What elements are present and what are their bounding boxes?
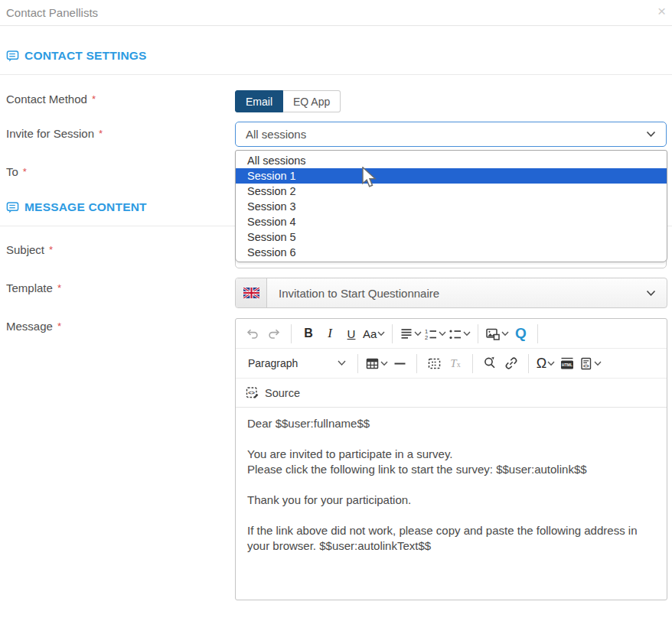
message-label: Message* bbox=[6, 320, 61, 333]
subject-label: Subject* bbox=[6, 243, 53, 256]
message-paragraph: Dear $$user:fullname$$ bbox=[247, 416, 655, 431]
undo-icon[interactable] bbox=[243, 323, 263, 344]
contact-method-toggle: Email EQ App bbox=[235, 90, 341, 112]
source-label: Source bbox=[265, 387, 300, 399]
toolbar-separator bbox=[392, 324, 393, 343]
chevron-down-icon bbox=[463, 331, 471, 337]
chevron-down-icon bbox=[594, 361, 602, 366]
dropdown-option[interactable]: Session 1 bbox=[236, 168, 667, 184]
svg-text:<>: <> bbox=[248, 389, 255, 396]
insert-template-dropdown[interactable]: <> bbox=[579, 353, 602, 374]
required-asterisk: * bbox=[92, 93, 96, 105]
insert-container-button[interactable] bbox=[424, 353, 444, 374]
template-value: Invitation to Start Questionnaire bbox=[279, 287, 439, 300]
modal-title: Contact Panellists bbox=[6, 6, 98, 19]
find-replace-button[interactable] bbox=[480, 353, 500, 374]
contact-method-email-button[interactable]: Email bbox=[235, 90, 283, 112]
dropdown-option[interactable]: Session 3 bbox=[236, 199, 667, 214]
chevron-down-icon bbox=[646, 290, 656, 297]
svg-text:2: 2 bbox=[425, 334, 428, 341]
required-asterisk: * bbox=[49, 244, 53, 255]
special-characters-dropdown[interactable]: Ω bbox=[536, 353, 556, 374]
rich-text-editor: B I U Aa 1 2 bbox=[235, 318, 667, 600]
dropdown-option[interactable]: Session 6 bbox=[236, 245, 667, 260]
message-body[interactable]: Dear $$user:fullname$$You are invited to… bbox=[236, 408, 667, 600]
template-field: Invitation to Start Questionnaire bbox=[235, 278, 667, 308]
font-size-dropdown[interactable]: Aa bbox=[363, 323, 385, 344]
contact-method-eqapp-button[interactable]: EQ App bbox=[283, 90, 341, 112]
contact-settings-title: CONTACT SETTINGS bbox=[24, 49, 147, 63]
chevron-down-icon bbox=[439, 331, 446, 337]
chevron-down-icon bbox=[547, 361, 555, 366]
bold-button[interactable]: B bbox=[298, 323, 318, 344]
mouse-cursor bbox=[360, 167, 379, 188]
chevron-down-icon bbox=[414, 331, 422, 337]
required-asterisk: * bbox=[99, 128, 103, 139]
message-paragraph: Thank you for your participation. bbox=[247, 493, 655, 508]
toolbar-separator bbox=[416, 354, 417, 373]
toolbar-separator bbox=[357, 354, 358, 373]
invite-for-session-label: Invite for Session* bbox=[6, 127, 103, 140]
paragraph-style-dropdown[interactable]: Paragraph bbox=[243, 353, 351, 374]
toolbar-separator bbox=[478, 324, 478, 343]
dropdown-option[interactable]: Session 5 bbox=[236, 229, 667, 245]
toolbar-separator bbox=[537, 324, 538, 343]
chevron-down-icon bbox=[377, 331, 385, 337]
invite-for-session-select[interactable]: All sessions bbox=[235, 122, 667, 147]
message-bubble-icon bbox=[6, 201, 19, 214]
dropdown-option[interactable]: Session 4 bbox=[236, 214, 667, 229]
svg-text:<>: <> bbox=[583, 363, 589, 368]
underline-button[interactable]: U bbox=[341, 323, 361, 344]
link-button[interactable] bbox=[501, 353, 521, 374]
message-paragraph: If the link above did not work, please c… bbox=[247, 523, 655, 554]
modal-header: Contact Panellists × bbox=[0, 0, 672, 26]
uk-flag-icon bbox=[243, 288, 259, 298]
language-flag-addon bbox=[236, 278, 267, 307]
html-embed-button[interactable]: HTML bbox=[557, 353, 577, 374]
toolbar-separator bbox=[472, 354, 473, 373]
toolbar-separator bbox=[528, 354, 529, 373]
required-asterisk: * bbox=[57, 320, 61, 332]
chevron-down-icon bbox=[646, 131, 656, 138]
svg-text:HTML: HTML bbox=[562, 363, 573, 367]
italic-button[interactable]: I bbox=[320, 323, 340, 344]
message-paragraph: You are invited to participate in a surv… bbox=[247, 447, 655, 477]
dropdown-option[interactable]: Session 2 bbox=[236, 184, 667, 199]
chevron-down-icon bbox=[380, 361, 388, 366]
chevron-down-icon bbox=[338, 360, 346, 366]
source-button[interactable]: <> Source bbox=[236, 379, 667, 408]
editor-toolbar-row-2: Paragraph bbox=[236, 349, 667, 379]
message-bubble-icon bbox=[6, 50, 19, 63]
eyequestion-logo-button[interactable]: Q bbox=[511, 323, 530, 344]
text-alignment-dropdown[interactable] bbox=[400, 323, 422, 344]
insert-table-dropdown[interactable] bbox=[365, 353, 388, 374]
dropdown-option[interactable]: All sessions bbox=[236, 153, 667, 168]
invite-session-dropdown-list: All sessionsSession 1Session 2Session 3S… bbox=[235, 150, 667, 262]
redo-icon[interactable] bbox=[264, 323, 284, 344]
template-select[interactable]: Invitation to Start Questionnaire bbox=[267, 278, 667, 307]
bulleted-list-dropdown[interactable] bbox=[448, 323, 471, 344]
numbered-list-dropdown[interactable]: 1 2 bbox=[423, 323, 446, 344]
editor-toolbar-row-1: B I U Aa 1 2 bbox=[236, 319, 667, 349]
message-content-title: MESSAGE CONTENT bbox=[24, 200, 147, 214]
remove-format-button[interactable]: Tx bbox=[445, 353, 465, 374]
invite-for-session-value: All sessions bbox=[246, 128, 306, 141]
contact-panellists-modal: Contact Panellists × CONTACT SETTINGS Co… bbox=[0, 0, 672, 621]
source-code-icon: <> bbox=[245, 385, 259, 400]
chevron-down-icon bbox=[501, 331, 509, 337]
template-label: Template* bbox=[6, 281, 61, 294]
contact-settings-header: CONTACT SETTINGS bbox=[6, 49, 147, 63]
required-asterisk: * bbox=[57, 282, 61, 294]
message-content-header: MESSAGE CONTENT bbox=[6, 200, 147, 214]
insert-image-dropdown[interactable] bbox=[485, 323, 509, 344]
required-asterisk: * bbox=[23, 166, 27, 177]
toolbar-separator bbox=[291, 324, 292, 343]
horizontal-line-button[interactable] bbox=[390, 353, 409, 374]
to-label: To* bbox=[6, 165, 27, 178]
divider bbox=[0, 74, 672, 75]
close-icon[interactable]: × bbox=[657, 2, 666, 22]
contact-method-label: Contact Method* bbox=[6, 93, 96, 106]
